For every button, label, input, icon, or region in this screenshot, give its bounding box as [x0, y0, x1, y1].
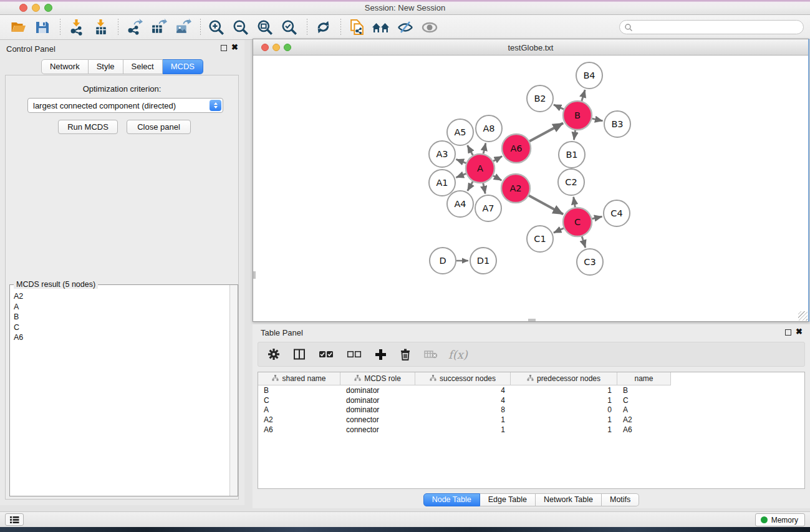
graph-edge-A-A2[interactable]	[493, 176, 501, 181]
zoom-selected-icon[interactable]	[280, 18, 299, 37]
export-network-icon[interactable]	[125, 18, 143, 37]
export-image-icon[interactable]	[173, 18, 192, 37]
table-cell[interactable]: dominator	[340, 396, 415, 405]
add-row-icon[interactable]	[375, 349, 387, 360]
zoom-in-icon[interactable]	[207, 18, 226, 37]
tab-motifs[interactable]: Motifs	[602, 493, 639, 506]
show-annotations-icon[interactable]	[420, 18, 439, 37]
criterion-dropdown[interactable]: largest connected component (directed)	[27, 98, 223, 113]
graph-edge-A-A8[interactable]	[483, 143, 486, 153]
column-header-predecessor-nodes[interactable]: predecessor nodes	[511, 372, 617, 385]
table-cell[interactable]: 1	[415, 425, 511, 434]
network-canvas[interactable]: B4B2BB3B1A5A8A6A3AA1A2A4A7C2C4CC1C3DD1	[253, 56, 808, 321]
graph-edge-A-A7[interactable]	[483, 183, 485, 194]
table-cell[interactable]: 1	[511, 415, 617, 424]
save-session-icon[interactable]	[33, 18, 52, 37]
table-cell[interactable]: dominator	[340, 386, 415, 395]
table-cell[interactable]: 4	[415, 386, 511, 395]
table-cell[interactable]: B	[258, 386, 340, 395]
result-item[interactable]: B	[14, 312, 229, 322]
zoom-out-icon[interactable]	[231, 18, 250, 37]
graph-edge-C-C2[interactable]	[574, 197, 576, 208]
table-cell[interactable]: C	[617, 396, 671, 405]
tab-node-table[interactable]: Node Table	[423, 493, 480, 506]
table-cell[interactable]: 1	[415, 415, 511, 424]
graph-edge-A-A1[interactable]	[456, 173, 466, 177]
column-header-name[interactable]: name	[617, 372, 671, 385]
close-table-panel-icon[interactable]: ✖	[796, 327, 803, 336]
table-cell[interactable]: 0	[511, 405, 617, 414]
graph-edge-C-C3[interactable]	[582, 236, 586, 248]
tab-select[interactable]: Select	[123, 59, 163, 74]
table-cell[interactable]: 8	[415, 405, 511, 414]
import-table-icon[interactable]	[91, 18, 110, 37]
tab-network[interactable]: Network	[41, 59, 89, 74]
search-box[interactable]	[619, 20, 804, 34]
memory-button[interactable]: Memory	[755, 513, 805, 526]
run-mcds-button[interactable]: Run MCDS	[58, 120, 118, 134]
graph-edge-A2-C[interactable]	[529, 195, 563, 214]
table-row[interactable]: A2connector11A2	[258, 415, 804, 425]
column-header-successor-nodes[interactable]: successor nodes	[415, 372, 511, 385]
close-panel-button[interactable]: Close panel	[127, 120, 191, 134]
refresh-icon[interactable]	[314, 18, 332, 37]
graph-edge-C-C1[interactable]	[554, 228, 564, 233]
export-table-icon[interactable]	[149, 18, 168, 37]
table-cell[interactable]: C	[258, 396, 340, 405]
tab-network-table[interactable]: Network Table	[536, 493, 602, 506]
column-header-MCDS-role[interactable]: MCDS role	[340, 372, 415, 385]
result-item[interactable]: C	[14, 322, 229, 333]
show-columns-icon[interactable]	[293, 348, 306, 360]
table-cell[interactable]: A	[617, 405, 671, 414]
table-cell[interactable]: connector	[340, 415, 415, 424]
table-cell[interactable]: A2	[617, 415, 671, 424]
table-cell[interactable]: A2	[258, 415, 340, 424]
graph-edge-A-A6[interactable]	[493, 157, 502, 162]
clone-network-icon[interactable]	[347, 18, 366, 37]
table-cell[interactable]: dominator	[340, 405, 415, 414]
table-cell[interactable]: 4	[415, 396, 511, 405]
table-cell[interactable]: 1	[511, 396, 617, 405]
task-history-button[interactable]	[5, 513, 24, 526]
deselect-all-columns-icon[interactable]	[347, 350, 362, 359]
graph-edge-B-B4[interactable]	[582, 90, 585, 101]
tab-style[interactable]: Style	[89, 59, 123, 74]
function-builder-icon[interactable]: f(x)	[448, 348, 468, 361]
graph-edge-A-A3[interactable]	[456, 159, 466, 163]
graph-edge-A-A5[interactable]	[468, 145, 473, 155]
network-window-titlebar[interactable]: testGlobe.txt	[253, 39, 808, 56]
result-scrollbar[interactable]	[229, 285, 238, 496]
table-cell[interactable]: B	[617, 386, 671, 395]
select-all-columns-icon[interactable]	[319, 350, 334, 359]
graph-edge-B-B1[interactable]	[574, 130, 575, 140]
float-panel-icon[interactable]	[221, 45, 227, 51]
zoom-fit-icon[interactable]	[256, 18, 274, 37]
graph-edge-A6-B[interactable]	[529, 123, 563, 141]
result-item[interactable]: A2	[14, 291, 229, 302]
table-cell[interactable]: 1	[511, 425, 617, 434]
home-layout-icon[interactable]	[372, 18, 390, 37]
hide-annotations-icon[interactable]	[396, 18, 415, 37]
table-settings-gear-icon[interactable]	[268, 348, 280, 360]
mcds-result-list[interactable]: A2ABCA6	[10, 288, 229, 496]
graph-edge-A-A4[interactable]	[468, 181, 473, 191]
table-cell[interactable]: 1	[511, 386, 617, 395]
tab-mcds[interactable]: MCDS	[163, 59, 203, 74]
import-network-icon[interactable]	[67, 18, 85, 37]
table-row[interactable]: Cdominator41C	[258, 395, 804, 405]
table-row[interactable]: Bdominator41B	[258, 385, 804, 395]
graph-edge-C-C4[interactable]	[592, 216, 602, 219]
graph-edge-B-B2[interactable]	[554, 105, 564, 109]
tab-edge-table[interactable]: Edge Table	[480, 493, 536, 506]
result-item[interactable]: A	[14, 302, 229, 312]
close-panel-icon[interactable]: ✖	[231, 43, 238, 52]
column-header-shared-name[interactable]: shared name	[258, 372, 340, 385]
graph-edge-B-B3[interactable]	[592, 118, 602, 121]
float-table-panel-icon[interactable]	[785, 329, 791, 336]
delete-table-icon[interactable]	[424, 349, 438, 359]
table-cell[interactable]: A6	[617, 425, 671, 434]
result-item[interactable]: A6	[14, 332, 229, 343]
table-row[interactable]: A6connector11A6	[258, 425, 804, 435]
table-cell[interactable]: A	[258, 405, 340, 414]
delete-row-trash-icon[interactable]	[400, 348, 411, 360]
